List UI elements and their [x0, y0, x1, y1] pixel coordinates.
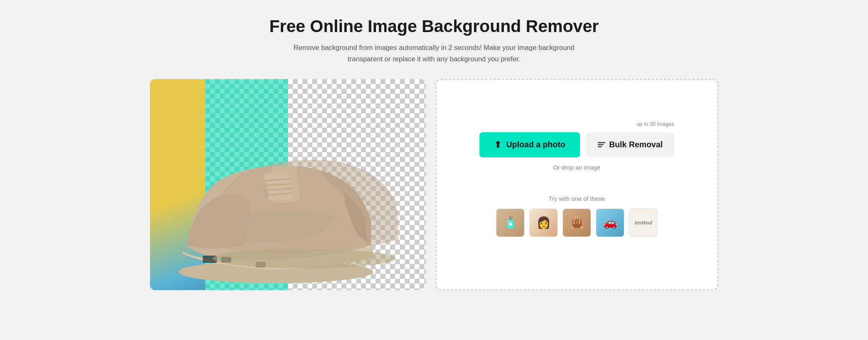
upload-photo-button[interactable]: ⬆ Upload a photo — [479, 132, 580, 157]
up-to-label: up to 30 images — [636, 121, 674, 127]
page-subtitle: Remove background from images automatica… — [276, 42, 592, 64]
sample-image-woman[interactable]: 👩 — [529, 209, 558, 237]
demo-panel — [150, 79, 426, 290]
sample-images-row: 🧴 👩 👜 🚗 InsMind — [496, 209, 657, 237]
sample-image-insmind[interactable]: InsMind — [629, 209, 657, 237]
bulk-removal-label: Bulk Removal — [609, 140, 663, 149]
svg-point-8 — [213, 249, 395, 268]
woman-icon: 👩 — [537, 216, 551, 229]
upload-panel: up to 30 images ⬆ Upload a photo Bulk Re… — [436, 79, 718, 290]
sample-image-cosmetics[interactable]: 🧴 — [496, 209, 524, 237]
try-text: Try with one of these — [549, 195, 605, 202]
upload-buttons-container: up to 30 images ⬆ Upload a photo Bulk Re… — [479, 132, 674, 157]
upload-icon: ⬆ — [494, 140, 501, 150]
insmind-logo-text: InsMind — [634, 219, 652, 226]
cosmetics-icon: 🧴 — [503, 216, 518, 229]
bag-icon: 👜 — [570, 216, 584, 229]
shoe-demo-image — [150, 95, 426, 286]
page-header: Free Online Image Background Remover Rem… — [269, 16, 599, 65]
car-icon: 🚗 — [603, 216, 617, 229]
sample-image-car[interactable]: 🚗 — [596, 209, 624, 237]
drop-text: Or drop an image — [553, 164, 601, 171]
main-content: up to 30 images ⬆ Upload a photo Bulk Re… — [150, 79, 718, 290]
bulk-removal-button[interactable]: Bulk Removal — [587, 133, 674, 157]
upload-photo-label: Upload a photo — [506, 140, 565, 149]
page-title: Free Online Image Background Remover — [269, 16, 599, 37]
layers-icon — [598, 142, 605, 147]
sample-image-bag[interactable]: 👜 — [563, 209, 591, 237]
